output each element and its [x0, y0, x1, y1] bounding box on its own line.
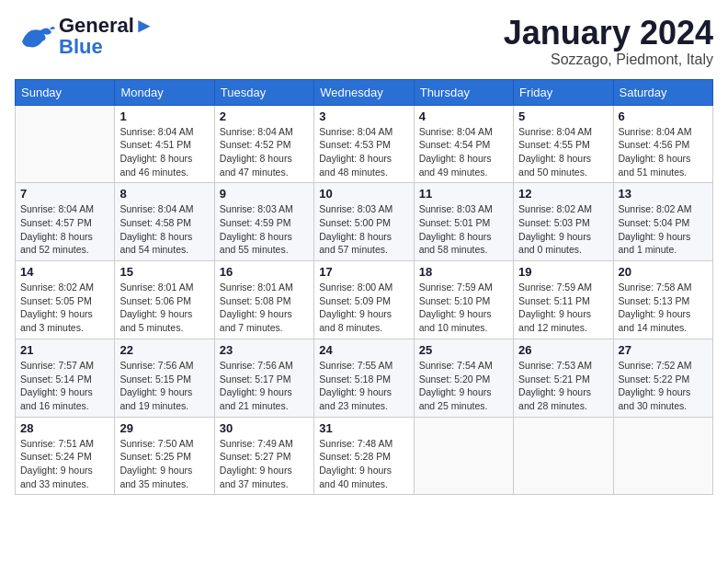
calendar-day-29: 29Sunrise: 7:50 AM Sunset: 5:25 PM Dayli… — [115, 417, 214, 495]
calendar-day-22: 22Sunrise: 7:56 AM Sunset: 5:15 PM Dayli… — [115, 339, 214, 417]
calendar-week-2: 7Sunrise: 8:04 AM Sunset: 4:57 PM Daylig… — [16, 183, 713, 261]
calendar-day-empty — [613, 417, 712, 495]
day-info: Sunrise: 8:02 AM Sunset: 5:05 PM Dayligh… — [20, 281, 109, 335]
day-number: 19 — [518, 265, 608, 279]
calendar-day-26: 26Sunrise: 7:53 AM Sunset: 5:21 PM Dayli… — [514, 339, 613, 417]
day-info: Sunrise: 8:04 AM Sunset: 4:55 PM Dayligh… — [518, 125, 608, 179]
month-title: January 2024 — [504, 15, 713, 52]
day-info: Sunrise: 7:51 AM Sunset: 5:24 PM Dayligh… — [20, 437, 109, 491]
calendar-day-25: 25Sunrise: 7:54 AM Sunset: 5:20 PM Dayli… — [414, 339, 513, 417]
calendar-day-2: 2Sunrise: 8:04 AM Sunset: 4:52 PM Daylig… — [214, 105, 313, 183]
day-number: 13 — [619, 187, 708, 201]
calendar-day-9: 9Sunrise: 8:03 AM Sunset: 4:59 PM Daylig… — [214, 183, 313, 261]
calendar-day-empty — [514, 417, 613, 495]
calendar-day-21: 21Sunrise: 7:57 AM Sunset: 5:14 PM Dayli… — [16, 339, 115, 417]
calendar-day-5: 5Sunrise: 8:04 AM Sunset: 4:55 PM Daylig… — [514, 105, 613, 183]
day-header-thursday: Thursday — [414, 79, 513, 105]
calendar-week-5: 28Sunrise: 7:51 AM Sunset: 5:24 PM Dayli… — [16, 417, 713, 495]
day-info: Sunrise: 8:00 AM Sunset: 5:09 PM Dayligh… — [319, 281, 408, 335]
day-number: 14 — [20, 265, 109, 279]
logo-subtext: Blue — [59, 37, 154, 57]
day-number: 10 — [319, 187, 408, 201]
day-info: Sunrise: 8:03 AM Sunset: 5:00 PM Dayligh… — [319, 202, 408, 257]
day-info: Sunrise: 7:48 AM Sunset: 5:28 PM Dayligh… — [319, 437, 408, 491]
day-header-tuesday: Tuesday — [214, 79, 313, 105]
day-info: Sunrise: 8:03 AM Sunset: 4:59 PM Dayligh… — [220, 202, 309, 257]
calendar-day-12: 12Sunrise: 8:02 AM Sunset: 5:03 PM Dayli… — [514, 183, 613, 261]
day-number: 8 — [119, 187, 209, 201]
day-number: 30 — [220, 421, 309, 435]
day-info: Sunrise: 7:52 AM Sunset: 5:22 PM Dayligh… — [619, 359, 708, 413]
day-header-saturday: Saturday — [613, 79, 712, 105]
day-info: Sunrise: 8:01 AM Sunset: 5:08 PM Dayligh… — [220, 281, 309, 335]
day-info: Sunrise: 7:58 AM Sunset: 5:13 PM Dayligh… — [619, 281, 708, 335]
day-number: 26 — [518, 343, 608, 357]
day-number: 1 — [119, 109, 209, 123]
calendar-day-31: 31Sunrise: 7:48 AM Sunset: 5:28 PM Dayli… — [314, 417, 414, 495]
day-info: Sunrise: 8:04 AM Sunset: 4:52 PM Dayligh… — [220, 125, 309, 179]
day-number: 15 — [119, 265, 209, 279]
calendar-week-4: 21Sunrise: 7:57 AM Sunset: 5:14 PM Dayli… — [16, 339, 713, 417]
day-number: 22 — [119, 343, 209, 357]
calendar-day-13: 13Sunrise: 8:02 AM Sunset: 5:04 PM Dayli… — [613, 183, 712, 261]
day-info: Sunrise: 7:56 AM Sunset: 5:15 PM Dayligh… — [119, 359, 209, 413]
day-number: 11 — [419, 187, 508, 201]
calendar-day-28: 28Sunrise: 7:51 AM Sunset: 5:24 PM Dayli… — [16, 417, 115, 495]
day-number: 9 — [220, 187, 309, 201]
day-info: Sunrise: 8:04 AM Sunset: 4:54 PM Dayligh… — [419, 125, 508, 179]
calendar-day-24: 24Sunrise: 7:55 AM Sunset: 5:18 PM Dayli… — [314, 339, 414, 417]
calendar-day-empty — [414, 417, 513, 495]
day-number: 21 — [20, 343, 109, 357]
day-number: 31 — [319, 421, 408, 435]
location: Sozzago, Piedmont, Italy — [504, 52, 713, 68]
day-header-monday: Monday — [115, 79, 214, 105]
day-info: Sunrise: 7:53 AM Sunset: 5:21 PM Dayligh… — [518, 359, 608, 413]
day-number: 7 — [20, 187, 109, 201]
calendar-day-19: 19Sunrise: 7:59 AM Sunset: 5:11 PM Dayli… — [514, 261, 613, 339]
day-number: 4 — [419, 109, 508, 123]
day-info: Sunrise: 8:04 AM Sunset: 4:53 PM Dayligh… — [319, 125, 408, 179]
calendar-day-4: 4Sunrise: 8:04 AM Sunset: 4:54 PM Daylig… — [414, 105, 513, 183]
logo: General► Blue — [15, 15, 154, 57]
day-number: 12 — [518, 187, 608, 201]
calendar-day-15: 15Sunrise: 8:01 AM Sunset: 5:06 PM Dayli… — [115, 261, 214, 339]
day-number: 16 — [220, 265, 309, 279]
day-number: 18 — [419, 265, 508, 279]
day-number: 5 — [518, 109, 608, 123]
day-number: 24 — [319, 343, 408, 357]
calendar-day-27: 27Sunrise: 7:52 AM Sunset: 5:22 PM Dayli… — [613, 339, 712, 417]
day-number: 28 — [20, 421, 109, 435]
day-info: Sunrise: 7:50 AM Sunset: 5:25 PM Dayligh… — [119, 437, 209, 491]
day-info: Sunrise: 7:59 AM Sunset: 5:10 PM Dayligh… — [419, 281, 508, 335]
calendar-day-14: 14Sunrise: 8:02 AM Sunset: 5:05 PM Dayli… — [16, 261, 115, 339]
day-info: Sunrise: 7:57 AM Sunset: 5:14 PM Dayligh… — [20, 359, 109, 413]
calendar-day-20: 20Sunrise: 7:58 AM Sunset: 5:13 PM Dayli… — [613, 261, 712, 339]
calendar-day-empty — [16, 105, 115, 183]
day-number: 23 — [220, 343, 309, 357]
day-info: Sunrise: 7:49 AM Sunset: 5:27 PM Dayligh… — [220, 437, 309, 491]
calendar-day-1: 1Sunrise: 8:04 AM Sunset: 4:51 PM Daylig… — [115, 105, 214, 183]
day-info: Sunrise: 7:56 AM Sunset: 5:17 PM Dayligh… — [220, 359, 309, 413]
logo-icon — [15, 16, 55, 56]
calendar-day-7: 7Sunrise: 8:04 AM Sunset: 4:57 PM Daylig… — [16, 183, 115, 261]
calendar-header-row: SundayMondayTuesdayWednesdayThursdayFrid… — [16, 79, 713, 105]
day-number: 25 — [419, 343, 508, 357]
calendar-day-23: 23Sunrise: 7:56 AM Sunset: 5:17 PM Dayli… — [214, 339, 313, 417]
day-info: Sunrise: 7:55 AM Sunset: 5:18 PM Dayligh… — [319, 359, 408, 413]
day-number: 3 — [319, 109, 408, 123]
day-number: 27 — [619, 343, 708, 357]
day-info: Sunrise: 8:02 AM Sunset: 5:04 PM Dayligh… — [619, 202, 708, 257]
title-block: January 2024 Sozzago, Piedmont, Italy — [504, 15, 713, 68]
day-info: Sunrise: 8:04 AM Sunset: 4:57 PM Dayligh… — [20, 202, 109, 257]
day-header-friday: Friday — [514, 79, 613, 105]
page-header: General► Blue January 2024 Sozzago, Pied… — [15, 15, 713, 68]
calendar-week-1: 1Sunrise: 8:04 AM Sunset: 4:51 PM Daylig… — [16, 105, 713, 183]
calendar-day-3: 3Sunrise: 8:04 AM Sunset: 4:53 PM Daylig… — [314, 105, 414, 183]
day-header-sunday: Sunday — [16, 79, 115, 105]
calendar-table: SundayMondayTuesdayWednesdayThursdayFrid… — [15, 79, 713, 496]
day-header-wednesday: Wednesday — [314, 79, 414, 105]
calendar-week-3: 14Sunrise: 8:02 AM Sunset: 5:05 PM Dayli… — [16, 261, 713, 339]
calendar-day-10: 10Sunrise: 8:03 AM Sunset: 5:00 PM Dayli… — [314, 183, 414, 261]
day-number: 29 — [119, 421, 209, 435]
day-info: Sunrise: 8:04 AM Sunset: 4:56 PM Dayligh… — [619, 125, 708, 179]
